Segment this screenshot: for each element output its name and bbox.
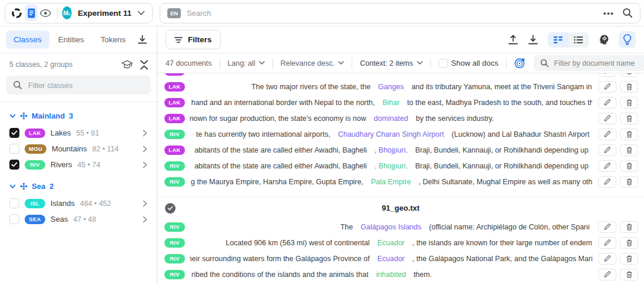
preview-button[interactable] (39, 5, 52, 21)
annotation-row[interactable]: RIV ribed the conditions of the islands … (157, 266, 644, 282)
edit-button[interactable] (598, 237, 616, 249)
more-options-button[interactable]: ••• (603, 9, 614, 18)
tab-classes[interactable]: Classes (6, 31, 49, 49)
edit-button[interactable] (598, 253, 616, 265)
entity-text: , Bhojpuri, (375, 162, 407, 170)
group-items: LAK Lakes 55 • 81 MOU Mountains 82 • 114… (8, 125, 152, 173)
annotation-badge: LAK (164, 114, 185, 123)
edit-button[interactable] (598, 176, 616, 188)
annotation-row[interactable]: RIV The Galápagos Islands (official name… (157, 219, 644, 235)
annotation-row[interactable]: RIV g the Maurya Empire, Harsha Empire, … (157, 174, 644, 190)
download-icon[interactable] (528, 35, 538, 45)
class-item: LAK Lakes 55 • 81 (8, 125, 152, 141)
context-left: hand and an international border with Ne… (190, 99, 375, 107)
annotation-row[interactable]: RIV te has currently two international a… (157, 126, 644, 142)
annotation-row[interactable]: RIV Located 906 km (563 mi) west of cont… (157, 235, 644, 251)
workspace-name[interactable]: Experiment 11 (77, 9, 132, 18)
delete-button[interactable] (620, 176, 638, 188)
card-view-button[interactable] (548, 32, 568, 48)
edit-button[interactable] (598, 113, 616, 124)
edit-button[interactable] (598, 97, 616, 109)
annotation-row[interactable]: LAK (157, 73, 644, 79)
class-checkbox[interactable] (9, 160, 19, 170)
tab-tokens[interactable]: Tokens (93, 31, 133, 49)
annotation-row[interactable]: LAK hand and an international border wit… (157, 94, 644, 110)
sort-dropdown[interactable]: Relevance desc. (281, 59, 344, 67)
search-icon[interactable] (622, 8, 633, 18)
target-icon[interactable] (514, 58, 525, 69)
chevron-right-icon[interactable] (143, 130, 147, 137)
row-actions (598, 237, 638, 249)
delete-button[interactable] (620, 97, 638, 109)
class-checkbox[interactable] (9, 198, 19, 208)
documents-view-button[interactable] (25, 5, 38, 21)
chevron-right-icon[interactable] (143, 146, 147, 153)
document-title[interactable]: 91_geo.txt (157, 204, 644, 212)
row-actions (598, 97, 638, 109)
class-checkbox[interactable] (9, 144, 19, 154)
delete-button[interactable] (620, 237, 638, 249)
show-all-docs-checkbox[interactable] (439, 59, 448, 68)
class-checkbox[interactable] (9, 128, 19, 138)
move-icon[interactable] (20, 112, 28, 120)
class-group-header[interactable]: Sea 2 (8, 180, 152, 195)
classes-summary: 5 classes, 2 groups (9, 60, 114, 69)
chevron-right-icon[interactable] (143, 200, 147, 207)
trash-icon (626, 73, 632, 75)
class-checkbox[interactable] (9, 214, 19, 224)
download-classes-icon[interactable] (137, 35, 147, 45)
annotation-row[interactable]: LAK abitants of the state are called eit… (157, 142, 644, 158)
move-icon[interactable] (20, 182, 28, 190)
annotation-row[interactable]: LAK The two major rivers of the state, t… (157, 79, 644, 94)
sync-button[interactable] (10, 5, 23, 21)
delete-button[interactable] (620, 221, 638, 233)
edit-button[interactable] (598, 221, 616, 233)
list-view-button[interactable] (568, 32, 589, 48)
chevron-right-icon[interactable] (143, 161, 147, 168)
annotation-row[interactable]: RIV heir surrounding waters form the Gal… (157, 251, 644, 266)
edit-button[interactable] (598, 269, 616, 280)
annotation-row[interactable]: LAK nown for sugar production, the state… (157, 110, 644, 126)
edit-button[interactable] (598, 129, 616, 140)
class-filter-input[interactable] (28, 81, 144, 90)
class-group-header[interactable]: Mainland 3 (8, 109, 152, 125)
collapse-all-icon[interactable] (140, 60, 149, 70)
edit-button[interactable] (598, 73, 616, 77)
delete-button[interactable] (620, 269, 638, 280)
pencil-icon (604, 115, 611, 121)
edit-button[interactable] (598, 81, 616, 93)
check-circle-icon[interactable] (165, 203, 176, 214)
context-dropdown[interactable]: Context: 2 items (360, 59, 422, 67)
context-right: Braji, Bundeli, Kannauji, or Rohilkhandi… (415, 162, 592, 170)
delete-button[interactable] (620, 113, 638, 124)
tab-entities[interactable]: Entities (50, 31, 92, 49)
context-left: The two major rivers of the state, the (190, 83, 370, 91)
lang-dropdown[interactable]: Lang: all (228, 59, 265, 67)
delete-button[interactable] (620, 253, 638, 265)
filters-button-label: Filters (188, 35, 212, 44)
chevron-right-icon[interactable] (143, 216, 147, 223)
suggestions-button[interactable] (619, 31, 636, 48)
search-input[interactable] (187, 9, 598, 18)
filters-button[interactable]: Filters (166, 30, 221, 49)
language-badge[interactable]: EN (167, 8, 181, 18)
top-bar: ML Experiment 11 EN ••• (0, 0, 644, 26)
upload-icon[interactable] (508, 35, 518, 45)
delete-button[interactable] (620, 144, 638, 156)
annotation-row[interactable]: RIV abitants of the state are called eit… (157, 158, 644, 174)
context-right: (Lucknow) and Lal Bahadur Shastri Airpor… (451, 130, 592, 138)
edit-button[interactable] (598, 160, 616, 172)
delete-button[interactable] (620, 81, 638, 93)
delete-button[interactable] (620, 73, 638, 77)
chevron-down-icon[interactable] (9, 184, 16, 189)
chevron-down-icon[interactable] (137, 11, 145, 16)
list-view-icon (574, 36, 584, 44)
chevron-down-icon[interactable] (9, 114, 16, 119)
psychology-icon[interactable] (598, 34, 609, 45)
edit-button[interactable] (598, 144, 616, 156)
school-icon[interactable] (122, 60, 133, 69)
pencil-icon (604, 99, 611, 106)
document-filter-input[interactable] (554, 59, 644, 67)
delete-button[interactable] (620, 129, 638, 140)
delete-button[interactable] (620, 160, 638, 172)
